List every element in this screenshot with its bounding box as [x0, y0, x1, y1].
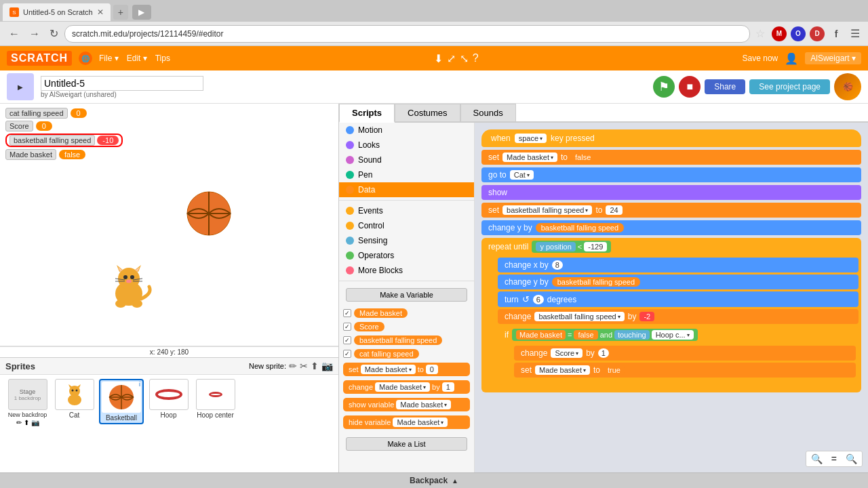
bball-speed-checkbox[interactable]: ✓ [343, 336, 351, 344]
touching-dropdown[interactable]: Hoop c... ▾ [652, 330, 694, 340]
user-menu-btn[interactable]: AlSweigart ▾ [805, 52, 861, 64]
menu-icon[interactable]: ☰ [848, 26, 863, 41]
made-basket-set-dropdown[interactable]: Made basket ▾ [502, 152, 557, 162]
cat-sound[interactable]: Sound [339, 152, 474, 167]
forward-btn[interactable]: → [26, 26, 43, 41]
share-btn[interactable]: Share [705, 79, 745, 94]
gmail-icon[interactable]: M [772, 26, 787, 41]
green-flag-btn[interactable]: ⚑ [653, 76, 675, 98]
hide-variable-block[interactable]: hide variable Made basket ▾ [343, 415, 470, 429]
cat-looks[interactable]: Looks [339, 138, 474, 152]
set-made-basket-false-block[interactable]: set Made basket ▾ to false [481, 150, 861, 165]
ext-icon3[interactable]: f [829, 26, 844, 41]
cat-speed-checkbox[interactable]: ✓ [343, 350, 351, 358]
make-list-btn[interactable]: Make a List [346, 437, 467, 451]
set-made-basket-true-block[interactable]: set Made basket ▾ to true [514, 363, 856, 378]
backpack-bar[interactable]: Backpack ▲ [0, 472, 868, 488]
cat-sensing[interactable]: Sensing [339, 233, 474, 248]
turn-6-block[interactable]: turn ↺ 6 degrees [498, 291, 859, 307]
edit-menu[interactable]: Edit ▾ [127, 54, 147, 63]
cat-motion[interactable]: Motion [339, 123, 474, 138]
bball-speed-block[interactable]: basketball falling speed [354, 336, 442, 345]
change-bball-speed-neg2-block[interactable]: change basketball falling speed ▾ by -2 [498, 309, 859, 324]
change-y-bball2-block[interactable]: change y by basketball falling speed [498, 274, 859, 289]
address-bar[interactable] [64, 25, 750, 43]
zoom-fit-btn[interactable]: = [828, 453, 840, 465]
stop-btn[interactable]: ■ [679, 76, 701, 98]
change-made-basket-block[interactable]: change Made basket ▾ by 1 [343, 380, 470, 394]
score-checkbox[interactable]: ✓ [343, 323, 351, 331]
show-variable-block[interactable]: show variable Made basket ▾ [343, 398, 470, 411]
save-now-btn[interactable]: Save now [743, 54, 778, 63]
stage-canvas[interactable] [0, 164, 338, 346]
set-made-basket-block[interactable]: set Made basket ▾ to 0 [343, 363, 470, 376]
expand-icon[interactable]: ⤡ [460, 52, 469, 65]
upload-sprite-btn[interactable]: ⬆ [311, 361, 319, 371]
tab-close-btn[interactable]: ✕ [97, 7, 104, 17]
download-icon[interactable]: ⬇ [434, 52, 443, 65]
backdrop-paint-btn[interactable]: ✏ [16, 419, 22, 426]
scissors-sprite-btn[interactable]: ✂ [300, 361, 308, 371]
browser-tab[interactable]: S Untitled-5 on Scratch ✕ [3, 3, 111, 21]
backdrop-camera-btn[interactable]: 📷 [31, 419, 39, 426]
go-to-cat-block[interactable]: go to Cat ▾ [481, 167, 861, 182]
cat-sprite-item[interactable]: Cat [52, 379, 96, 419]
person-icon[interactable]: 👤 [785, 52, 798, 65]
score-block[interactable]: Score [354, 322, 384, 331]
camera-sprite-btn[interactable]: 📷 [321, 361, 333, 371]
score-dropdown[interactable]: Score ▾ [551, 348, 583, 358]
cat-events[interactable]: Events [339, 203, 474, 218]
sprite-info-icon[interactable]: i [139, 381, 140, 388]
tab-costumes[interactable]: Costumes [395, 104, 460, 121]
made-basket-block[interactable]: Made basket [354, 308, 408, 318]
stage-item[interactable]: Stage 1 backdrop New backdrop ✏ ⬆ 📷 [5, 379, 50, 426]
cat-speed-block[interactable]: cat falling speed [354, 349, 419, 359]
help-icon[interactable]: ? [473, 52, 479, 64]
tab-scripts[interactable]: Scripts [339, 104, 395, 123]
cat-more[interactable]: More Blocks [339, 263, 474, 278]
change-bball-dropdown[interactable]: basketball falling speed ▾ [534, 312, 624, 321]
new-tab-btn[interactable]: + [113, 5, 128, 20]
fullscreen-icon[interactable]: ⤢ [447, 52, 456, 65]
change-x-8-block[interactable]: change x by 8 [498, 258, 859, 272]
backdrop-upload-btn[interactable]: ⬆ [24, 419, 29, 426]
hide-var-dropdown[interactable]: Made basket ▾ [393, 418, 448, 427]
change-y-bball-speed-block[interactable]: change y by basketball falling speed [481, 220, 861, 235]
tips-menu[interactable]: Tips [155, 54, 170, 63]
repeat-until-block[interactable]: repeat until y position < -129 [481, 238, 861, 392]
code-area[interactable]: when space ▾ key pressed set Made basket… [475, 123, 868, 472]
show-var-dropdown[interactable]: Made basket ▾ [396, 400, 451, 409]
project-name-input[interactable] [41, 76, 203, 91]
key-dropdown[interactable]: space ▾ [515, 134, 547, 143]
change-score-1-block[interactable]: change Score ▾ by 1 [514, 346, 856, 361]
globe-icon[interactable]: 🌐 [79, 52, 92, 65]
basketball-sprite-item[interactable]: i Basketball [99, 379, 144, 424]
make-variable-btn[interactable]: Make a Variable [346, 288, 467, 302]
made-basket-checkbox[interactable]: ✓ [343, 309, 351, 317]
made-basket-dropdown[interactable]: Made basket ▾ [361, 365, 416, 374]
cat-pen[interactable]: Pen [339, 167, 474, 182]
bball-speed-dropdown[interactable]: basketball falling speed ▾ [502, 205, 592, 215]
refresh-btn[interactable]: ↻ [46, 26, 62, 41]
hoop-center-sprite-item[interactable]: Hoop center [193, 379, 237, 419]
back-btn[interactable]: ← [5, 26, 23, 41]
change-dropdown[interactable]: Made basket ▾ [375, 382, 430, 392]
made-basket-true-dropdown[interactable]: Made basket ▾ [535, 365, 590, 375]
set-bball-speed-block[interactable]: set basketball falling speed ▾ to 24 [481, 203, 861, 218]
tab-sounds[interactable]: Sounds [460, 104, 516, 121]
if-block[interactable]: if Made basket = false and touching [498, 326, 859, 385]
see-project-btn[interactable]: See project page [749, 79, 830, 94]
ext-icon2[interactable]: D [810, 26, 825, 41]
bookmark-icon[interactable]: ☆ [753, 26, 768, 41]
tab-extra-btn[interactable]: ▶ [132, 5, 151, 20]
paint-sprite-btn[interactable]: ✏ [289, 361, 297, 371]
goto-cat-dropdown[interactable]: Cat ▾ [510, 170, 534, 180]
cat-data[interactable]: Data [339, 182, 474, 197]
cat-operators[interactable]: Operators [339, 248, 474, 263]
show-block[interactable]: show [481, 185, 861, 200]
file-menu[interactable]: File ▾ [99, 54, 119, 63]
hoop-sprite-item[interactable]: Hoop [146, 379, 191, 419]
when-key-pressed-block[interactable]: when space ▾ key pressed [481, 129, 861, 147]
ext-icon1[interactable]: O [791, 26, 806, 41]
zoom-in-btn[interactable]: 🔍 [842, 453, 861, 465]
